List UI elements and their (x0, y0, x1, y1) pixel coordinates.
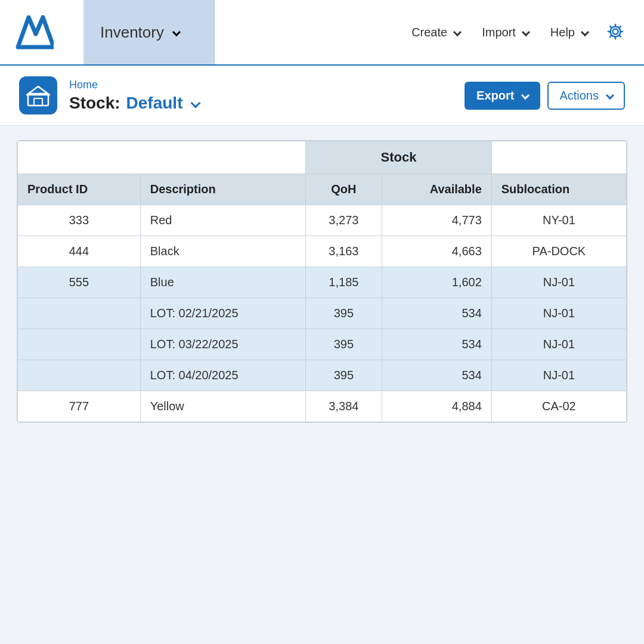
cell-sub-available: 534 (382, 298, 491, 329)
cell-product-id: 777 (18, 391, 141, 422)
cell-qoh: 3,273 (306, 205, 382, 236)
actions-chevron-icon (606, 91, 614, 100)
col-description: Description (140, 174, 305, 205)
cell-sub-qoh: 395 (306, 298, 382, 329)
group-header-row: Stock (18, 141, 627, 174)
cell-sublocation: NY-01 (491, 205, 626, 236)
breadcrumb[interactable]: Home (69, 79, 199, 91)
cell-sub-sublocation: NJ-01 (491, 329, 626, 360)
inventory-table: Stock Product ID Description QoH Availab… (17, 141, 627, 422)
nav-inventory-tab[interactable]: Inventory (83, 0, 215, 64)
page-title-block: Home Stock: Default (69, 79, 199, 113)
cell-qoh: 3,163 (306, 236, 382, 267)
cell-sublocation: NJ-01 (491, 267, 626, 298)
table-row[interactable]: 333 Red 3,273 4,773 NY-01 (18, 205, 627, 236)
actions-button[interactable]: Actions (547, 82, 625, 110)
cell-product-id: 444 (18, 236, 141, 267)
cell-description: Red (140, 205, 305, 236)
create-button[interactable]: Create (403, 21, 469, 44)
main-content: Stock Product ID Description QoH Availab… (0, 126, 644, 437)
cell-sublocation: CA-02 (491, 391, 626, 422)
logo-area (0, 0, 83, 64)
logo-icon (12, 11, 54, 53)
import-chevron-icon (522, 28, 530, 36)
cell-available: 4,663 (382, 236, 491, 267)
col-qoh: QoH (306, 174, 382, 205)
cell-sublocation: PA-DOCK (491, 236, 626, 267)
cell-sub-description: LOT: 03/22/2025 (140, 329, 305, 360)
gear-icon (606, 22, 625, 41)
cell-description: Yellow (140, 391, 305, 422)
stock-chevron-icon[interactable] (191, 98, 201, 108)
cell-description: Black (140, 236, 305, 267)
table-body: 333 Red 3,273 4,773 NY-01 444 Black 3,16… (18, 205, 627, 422)
table-wrapper: Stock Product ID Description QoH Availab… (17, 140, 627, 423)
stock-group-header: Stock (306, 141, 492, 174)
page-title: Stock: Default (69, 94, 199, 113)
page-header-right: Export Actions (465, 82, 625, 110)
export-button[interactable]: Export (465, 82, 540, 110)
settings-button[interactable] (601, 17, 630, 48)
nav-inventory-label: Inventory (100, 23, 164, 42)
nav-right: Create Import Help (403, 0, 644, 64)
table-sub-row: LOT: 02/21/2025 395 534 NJ-01 (18, 298, 627, 329)
stock-default-label[interactable]: Default (126, 94, 183, 113)
cell-sub-id (18, 298, 141, 329)
table-row[interactable]: 777 Yellow 3,384 4,884 CA-02 (18, 391, 627, 422)
svg-rect-6 (34, 98, 42, 106)
svg-marker-1 (18, 17, 54, 47)
help-button[interactable]: Help (542, 21, 596, 44)
warehouse-icon (26, 83, 51, 108)
inventory-chevron-icon (172, 28, 181, 36)
cell-sub-description: LOT: 02/21/2025 (140, 298, 305, 329)
cell-sub-available: 534 (382, 360, 491, 391)
cell-available: 4,884 (382, 391, 491, 422)
page-icon (19, 76, 57, 114)
title-prefix: Stock: (69, 94, 120, 113)
cell-sub-sublocation: NJ-01 (491, 298, 626, 329)
cell-product-id: 333 (18, 205, 141, 236)
cell-product-id: 555 (18, 267, 141, 298)
cell-sub-sublocation: NJ-01 (491, 360, 626, 391)
col-available: Available (382, 174, 491, 205)
table-row[interactable]: 555 Blue 1,185 1,602 NJ-01 (18, 267, 627, 298)
cell-description: Blue (140, 267, 305, 298)
col-sublocation: Sublocation (491, 174, 626, 205)
help-chevron-icon (581, 28, 589, 36)
cell-sub-qoh: 395 (306, 329, 382, 360)
cell-available: 1,602 (382, 267, 491, 298)
cell-qoh: 3,384 (306, 391, 382, 422)
cell-sub-id (18, 329, 141, 360)
page-header: Home Stock: Default Export Actions (0, 66, 644, 126)
cell-available: 4,773 (382, 205, 491, 236)
cell-sub-id (18, 360, 141, 391)
cell-sub-description: LOT: 04/20/2025 (140, 360, 305, 391)
svg-point-2 (613, 29, 618, 34)
cell-sub-qoh: 395 (306, 360, 382, 391)
col-header-row: Product ID Description QoH Available Sub… (18, 174, 627, 205)
svg-point-3 (611, 26, 621, 36)
table-row[interactable]: 444 Black 3,163 4,663 PA-DOCK (18, 236, 627, 267)
top-nav: Inventory Create Import Help (0, 0, 644, 66)
table-sub-row: LOT: 04/20/2025 395 534 NJ-01 (18, 360, 627, 391)
cell-qoh: 1,185 (306, 267, 382, 298)
page-header-left: Home Stock: Default (19, 76, 199, 114)
col-product-id: Product ID (18, 174, 141, 205)
import-button[interactable]: Import (473, 21, 537, 44)
table-sub-row: LOT: 03/22/2025 395 534 NJ-01 (18, 329, 627, 360)
cell-sub-available: 534 (382, 329, 491, 360)
export-chevron-icon (521, 91, 530, 100)
create-chevron-icon (453, 28, 462, 36)
